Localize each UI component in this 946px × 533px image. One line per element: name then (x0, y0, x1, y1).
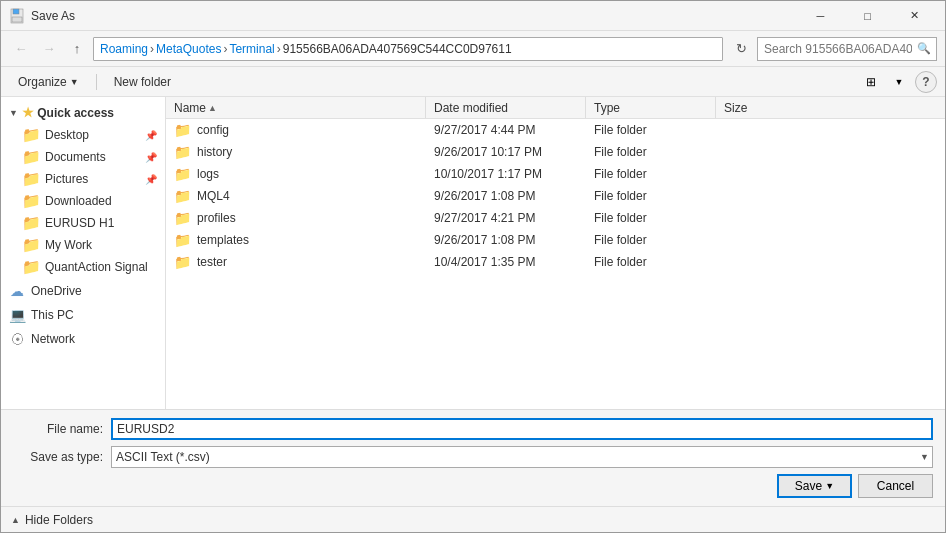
column-date-header[interactable]: Date modified (426, 97, 586, 118)
file-type: File folder (586, 123, 716, 137)
sidebar-item-documents[interactable]: 📁 Documents 📌 (1, 146, 165, 168)
action-buttons: Save ▼ Cancel (13, 474, 933, 498)
file-name: tester (197, 255, 227, 269)
file-date: 9/26/2017 10:17 PM (426, 145, 586, 159)
table-row[interactable]: 📁 logs 10/10/2017 1:17 PM File folder (166, 163, 945, 185)
desktop-pin-icon: 📌 (145, 130, 157, 141)
maximize-button[interactable]: □ (845, 2, 890, 30)
view-button[interactable]: ⊞ (859, 71, 883, 93)
sidebar-item-quantaction[interactable]: 📁 QuantAction Signal (1, 256, 165, 278)
column-size-header[interactable]: Size (716, 97, 945, 118)
file-type: File folder (586, 211, 716, 225)
sidebar-item-eurusd[interactable]: 📁 EURUSD H1 (1, 212, 165, 234)
file-folder-icon: 📁 (174, 188, 191, 204)
desktop-folder-icon: 📁 (23, 127, 39, 143)
sidebar-item-downloaded[interactable]: 📁 Downloaded (1, 190, 165, 212)
file-folder-icon: 📁 (174, 166, 191, 182)
save-as-dialog: Save As ─ □ ✕ ← → ↑ Roaming › MetaQuotes… (0, 0, 946, 533)
hide-folders-label: Hide Folders (25, 513, 93, 527)
filename-label: File name: (13, 422, 103, 436)
new-folder-button[interactable]: New folder (105, 71, 180, 93)
table-row[interactable]: 📁 profiles 9/27/2017 4:21 PM File folder (166, 207, 945, 229)
cancel-button[interactable]: Cancel (858, 474, 933, 498)
table-row[interactable]: 📁 tester 10/4/2017 1:35 PM File folder (166, 251, 945, 273)
documents-folder-icon: 📁 (23, 149, 39, 165)
up-button[interactable]: ↑ (65, 37, 89, 61)
file-name: logs (197, 167, 219, 181)
column-name-header[interactable]: Name ▲ (166, 97, 426, 118)
back-button[interactable]: ← (9, 37, 33, 61)
refresh-button[interactable]: ↻ (729, 37, 753, 61)
sidebar-item-onedrive[interactable]: ☁ OneDrive (1, 280, 165, 302)
savetype-row: Save as type: ASCII Text (*.csv)CSV (*.c… (13, 446, 933, 468)
documents-pin-icon: 📌 (145, 152, 157, 163)
file-name: history (197, 145, 232, 159)
new-folder-label: New folder (114, 75, 171, 89)
savetype-select[interactable]: ASCII Text (*.csv)CSV (*.csv)Text (*.txt… (111, 446, 933, 468)
file-folder-icon: 📁 (174, 122, 191, 138)
organize-label: Organize (18, 75, 67, 89)
sidebar-item-thispc[interactable]: 💻 This PC (1, 304, 165, 326)
hide-folders-bar[interactable]: ▲ Hide Folders (1, 506, 945, 532)
search-input[interactable] (757, 37, 937, 61)
onedrive-section: ☁ OneDrive (1, 280, 165, 302)
col-type-label: Type (594, 101, 620, 115)
quick-access-section: ▼ ★ Quick access 📁 Desktop 📌 📁 (1, 101, 165, 278)
content-area: ▼ ★ Quick access 📁 Desktop 📌 📁 (1, 97, 945, 409)
file-folder-icon: 📁 (174, 144, 191, 160)
filename-row: File name: (13, 418, 933, 440)
forward-button[interactable]: → (37, 37, 61, 61)
sidebar-item-network-label: Network (31, 332, 75, 346)
column-type-header[interactable]: Type (586, 97, 716, 118)
table-row[interactable]: 📁 MQL4 9/26/2017 1:08 PM File folder (166, 185, 945, 207)
downloaded-folder-icon: 📁 (23, 193, 39, 209)
eurusd-folder-icon: 📁 (23, 215, 39, 231)
view-dropdown-button[interactable]: ▼ (887, 71, 911, 93)
col-date-label: Date modified (434, 101, 508, 115)
pictures-folder-icon: 📁 (23, 171, 39, 187)
sidebar-item-pictures[interactable]: 📁 Pictures 📌 (1, 168, 165, 190)
thispc-icon: 💻 (9, 307, 25, 323)
file-type: File folder (586, 189, 716, 203)
file-type: File folder (586, 145, 716, 159)
file-list-header: Name ▲ Date modified Type Size (166, 97, 945, 119)
col-size-label: Size (724, 101, 747, 115)
table-row[interactable]: 📁 config 9/27/2017 4:44 PM File folder (166, 119, 945, 141)
quantaction-folder-icon: 📁 (23, 259, 39, 275)
quick-access-toggle-icon: ▼ (9, 108, 18, 118)
sidebar-item-desktop[interactable]: 📁 Desktop 📌 (1, 124, 165, 146)
table-row[interactable]: 📁 history 9/26/2017 10:17 PM File folder (166, 141, 945, 163)
col-name-label: Name (174, 101, 206, 115)
breadcrumb-bar[interactable]: Roaming › MetaQuotes › Terminal › 915566… (93, 37, 723, 61)
dialog-title: Save As (31, 9, 798, 23)
sidebar-item-onedrive-label: OneDrive (31, 284, 82, 298)
thispc-section: 💻 This PC (1, 304, 165, 326)
quick-access-label: Quick access (37, 106, 114, 120)
organize-dropdown-icon: ▼ (70, 77, 79, 87)
address-toolbar: ← → ↑ Roaming › MetaQuotes › Terminal › … (1, 31, 945, 67)
title-bar: Save As ─ □ ✕ (1, 1, 945, 31)
help-button[interactable]: ? (915, 71, 937, 93)
search-icon: 🔍 (917, 42, 931, 55)
organize-button[interactable]: Organize ▼ (9, 71, 88, 93)
quick-access-header[interactable]: ▼ ★ Quick access (1, 101, 165, 124)
dialog-icon (9, 8, 25, 24)
file-folder-icon: 📁 (174, 232, 191, 248)
close-button[interactable]: ✕ (892, 2, 937, 30)
save-button[interactable]: Save ▼ (777, 474, 852, 498)
table-row[interactable]: 📁 templates 9/26/2017 1:08 PM File folde… (166, 229, 945, 251)
breadcrumb-metaquotes[interactable]: MetaQuotes (156, 42, 221, 56)
sidebar-item-mywork-label: My Work (45, 238, 92, 252)
savetype-wrap: ASCII Text (*.csv)CSV (*.csv)Text (*.txt… (111, 446, 933, 468)
sidebar-item-mywork[interactable]: 📁 My Work (1, 234, 165, 256)
sidebar-item-network[interactable]: 🖸 Network (1, 328, 165, 350)
minimize-button[interactable]: ─ (798, 2, 843, 30)
filename-input[interactable] (111, 418, 933, 440)
file-date: 9/27/2017 4:21 PM (426, 211, 586, 225)
pictures-pin-icon: 📌 (145, 174, 157, 185)
breadcrumb-roaming[interactable]: Roaming (100, 42, 148, 56)
breadcrumb-terminal[interactable]: Terminal (229, 42, 274, 56)
file-name: config (197, 123, 229, 137)
file-folder-icon: 📁 (174, 210, 191, 226)
svg-rect-1 (13, 9, 19, 14)
